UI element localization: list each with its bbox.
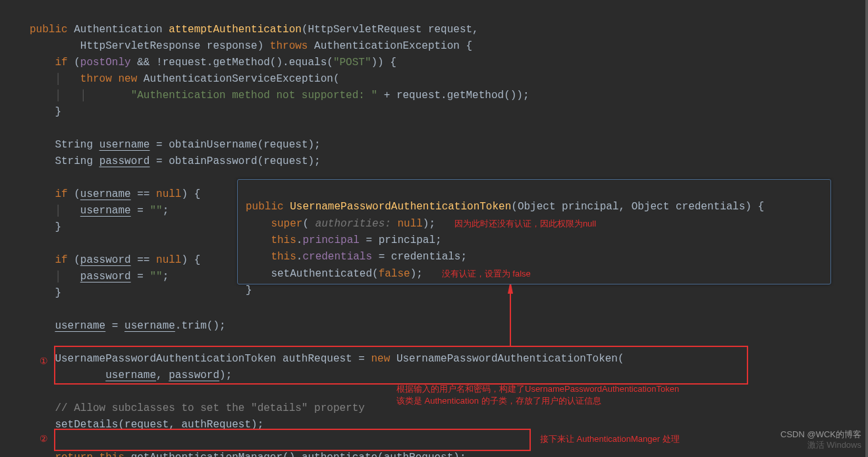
var-password: password xyxy=(80,254,131,266)
string: "POST" xyxy=(333,57,371,68)
field: credentials xyxy=(302,251,372,263)
kw-this: this xyxy=(271,251,296,263)
kw-this: this xyxy=(271,234,296,246)
marker-1: ① xyxy=(40,356,48,366)
kw-super: super xyxy=(271,218,302,230)
annotation-text: 没有认证，设置为 false xyxy=(442,269,531,279)
kw-if: if xyxy=(55,254,67,266)
txt: UsernamePasswordAuthenticationToken auth… xyxy=(55,353,371,365)
txt: = xyxy=(105,320,124,332)
kw-null: null xyxy=(156,188,181,200)
txt: = xyxy=(131,205,150,217)
txt: . xyxy=(296,234,303,246)
var-username: username xyxy=(55,320,105,332)
txt: .trim(); xyxy=(175,320,226,332)
kw-if: if xyxy=(55,57,67,68)
txt: = credentials; xyxy=(372,251,467,263)
marker-2: ② xyxy=(40,433,48,444)
documentation-tooltip: public UsernamePasswordAuthenticationTok… xyxy=(237,179,831,284)
string: "" xyxy=(149,205,162,217)
var-username: username xyxy=(80,188,131,200)
var-username: username xyxy=(80,205,131,217)
annotation-line: 根据输入的用户名和密码，构建了UsernamePasswordAuthentic… xyxy=(396,384,679,394)
txt: )) { xyxy=(371,57,396,68)
field: principal xyxy=(302,234,359,246)
annotation-block-2: 接下来让 AuthenticationManger 处理 xyxy=(540,433,680,445)
txt: + request.getMethod()); xyxy=(377,90,529,101)
watermark: CSDN @WCK的博客 激活 Windows xyxy=(780,429,861,450)
method-name: attemptAuthentication xyxy=(169,24,302,36)
var-username: username xyxy=(99,139,150,151)
param-hint: authorities: xyxy=(309,218,397,230)
txt: ; xyxy=(163,205,169,217)
txt: == xyxy=(131,188,156,200)
annotation-text: 因为此时还没有认证，因此权限为null xyxy=(454,219,596,228)
txt: UsernamePasswordAuthenticationToken( xyxy=(390,353,624,365)
txt: ) { xyxy=(181,188,200,200)
kw-new: new xyxy=(371,353,390,365)
txt: AuthenticationException { xyxy=(308,40,472,52)
txt: (Object principal, Object credentials) { xyxy=(511,201,764,213)
txt: ); xyxy=(219,369,232,381)
watermark-line: CSDN @WCK的博客 xyxy=(780,429,861,439)
kw-public: public xyxy=(246,201,284,213)
kw-this: this xyxy=(99,452,124,457)
brace: } xyxy=(246,284,252,296)
kw-null: null xyxy=(156,254,181,266)
kw-throw-new: throw new xyxy=(80,73,137,85)
string: "Authentication method not supported: " xyxy=(131,90,377,101)
string: "" xyxy=(149,271,162,282)
brace: } xyxy=(55,106,61,118)
var-password: password xyxy=(80,271,131,282)
txt: HttpServletResponse response) xyxy=(30,40,270,52)
txt: ( xyxy=(68,254,80,266)
brace: } xyxy=(55,287,61,299)
txt: String xyxy=(55,155,99,167)
txt: = obtainPassword(request); xyxy=(149,155,320,167)
txt: Authentication xyxy=(68,24,169,36)
kw-false: false xyxy=(379,268,410,280)
txt xyxy=(284,201,290,213)
txt: = xyxy=(131,271,150,282)
kw-throws: throws xyxy=(270,40,308,52)
txt: AuthenticationServiceException( xyxy=(137,73,339,85)
txt: ( xyxy=(68,57,80,68)
var-username: username xyxy=(124,320,175,332)
txt: && !request.getMethod().equals( xyxy=(131,57,333,68)
txt: (HttpServletRequest request, xyxy=(302,24,479,36)
txt: ) { xyxy=(181,254,200,266)
txt: ( xyxy=(68,188,80,200)
comment: // Allow subclasses to set the "details"… xyxy=(55,402,364,414)
txt: String xyxy=(55,139,99,151)
ctor-name: UsernamePasswordAuthenticationToken xyxy=(290,201,511,213)
arg-username: username xyxy=(105,369,156,381)
txt: ; xyxy=(163,271,169,282)
kw-return: return xyxy=(55,452,99,457)
field: postOnly xyxy=(80,57,131,68)
annotation-line: 该类是 Authentication 的子类，存放了用户的认证信息 xyxy=(396,396,601,406)
txt: ); xyxy=(410,268,423,280)
txt: setDetails(request, authRequest); xyxy=(55,419,263,431)
annotation-block-1: 根据输入的用户名和密码，构建了UsernamePasswordAuthentic… xyxy=(396,383,752,407)
arg-password: password xyxy=(169,369,219,381)
brace: } xyxy=(55,221,61,233)
var-password: password xyxy=(99,155,150,167)
annotation-line: 接下来让 AuthenticationManger 处理 xyxy=(540,434,680,444)
txt: = principal; xyxy=(360,234,442,246)
txt: .getAuthenticationManager().authenticate… xyxy=(124,452,466,457)
txt: , xyxy=(156,369,169,381)
txt: ); xyxy=(423,218,435,230)
txt: . xyxy=(296,251,303,263)
txt: setAuthenticated( xyxy=(271,268,378,280)
kw-if: if xyxy=(55,188,67,200)
kw-null: null xyxy=(397,218,422,230)
txt: = obtainUsername(request); xyxy=(149,139,320,151)
kw-public: public xyxy=(30,24,68,36)
txt: ( xyxy=(302,218,309,230)
txt: == xyxy=(131,254,156,266)
watermark-line: 激活 Windows xyxy=(807,440,861,450)
